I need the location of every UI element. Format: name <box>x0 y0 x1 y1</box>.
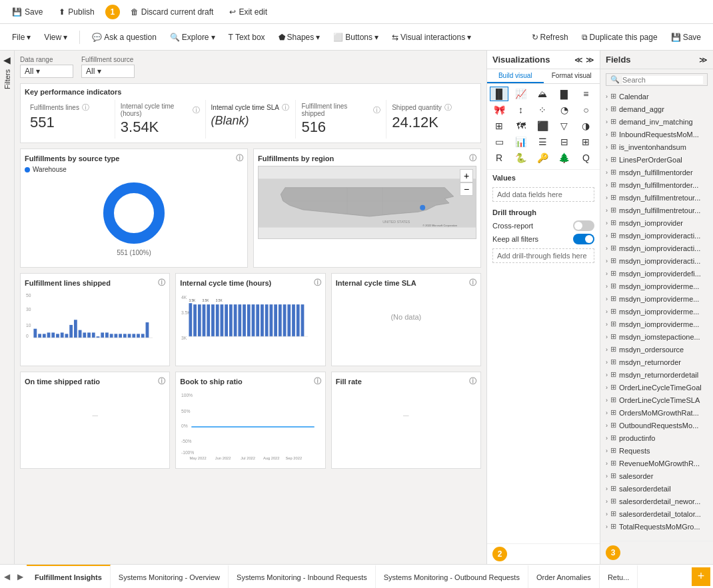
info-icon[interactable]: ⓘ <box>373 105 380 115</box>
cross-report-toggle[interactable] <box>573 220 594 231</box>
donut-icon[interactable]: ○ <box>576 103 595 117</box>
scatter-icon[interactable]: ⁘ <box>533 103 552 117</box>
field-total-requests-mom[interactable]: › ⊞ TotalRequestsMoMGro... <box>600 520 713 533</box>
field-demand-inv[interactable]: › ⊞ demand_inv_matching <box>600 115 713 128</box>
tab-order-anomalies[interactable]: Order Anomalies <box>528 565 600 588</box>
field-requests[interactable]: › ⊞ Requests <box>600 444 713 457</box>
qna-icon[interactable]: Q <box>576 150 595 165</box>
info-icon[interactable]: ⓘ <box>158 376 165 386</box>
field-calendar[interactable]: › ⊞ Calendar <box>600 90 713 103</box>
fields-search-input[interactable] <box>622 76 703 84</box>
map-icon[interactable]: 🗺 <box>512 119 530 133</box>
card-icon[interactable]: ▭ <box>490 135 508 149</box>
collapse-button[interactable]: ◀ <box>2 53 12 67</box>
field-inbound-requests[interactable]: › ⊞ InboundRequestsMoM... <box>600 128 713 141</box>
field-msdyn-iomme3[interactable]: › ⊞ msdyn_iomproviderme... <box>600 305 713 318</box>
field-msdyn-retour1[interactable]: › ⊞ msdyn_fulfillmentretour... <box>600 191 713 204</box>
field-msdyn-iomme1[interactable]: › ⊞ msdyn_iomproviderme... <box>600 280 713 292</box>
field-orderline-cycle-sla[interactable]: › ⊞ OrderLineCycleTimeSLA <box>600 394 713 406</box>
info-icon[interactable]: ⓘ <box>82 103 89 113</box>
matrix-icon[interactable]: ⊞ <box>576 135 595 149</box>
view-menu[interactable]: View ▾ <box>39 30 73 45</box>
field-salesorderdetail-newor[interactable]: › ⊞ salesorderdetail_newor... <box>600 495 713 507</box>
format-visual-tab[interactable]: Format visual <box>544 69 600 83</box>
discard-button[interactable]: 🗑 Discard current draft <box>125 5 219 19</box>
field-msdyn-iomstep[interactable]: › ⊞ msdyn_iomstepactione... <box>600 330 713 343</box>
field-msdyn-iomdef[interactable]: › ⊞ msdyn_iomproviderdefi... <box>600 267 713 280</box>
add-tab-button[interactable]: + <box>692 567 710 586</box>
build-visual-tab[interactable]: Build visual <box>487 69 544 83</box>
field-orders-mom[interactable]: › ⊞ OrdersMoMGrowthRat... <box>600 406 713 419</box>
field-msdyn-iom2[interactable]: › ⊞ msdyn_iomprovideracti... <box>600 242 713 254</box>
visual-interactions-button[interactable]: ⇆ Visual interactions ▾ <box>386 30 476 45</box>
data-range-select[interactable]: All ▾ <box>20 65 73 78</box>
treemap-icon[interactable]: ⊞ <box>490 119 508 133</box>
funnel-icon[interactable]: ▽ <box>555 119 574 133</box>
field-msdyn-iom3[interactable]: › ⊞ msdyn_iomprovideracti... <box>600 254 713 267</box>
field-msdyn-ordersource[interactable]: › ⊞ msdyn_ordersource <box>600 343 713 356</box>
info-icon[interactable]: ⓘ <box>469 153 476 163</box>
tab-returns[interactable]: Retu... <box>600 565 638 588</box>
info-icon[interactable]: ⓘ <box>444 103 452 113</box>
field-msdyn-iomme4[interactable]: › ⊞ msdyn_iomproviderme... <box>600 318 713 330</box>
field-msdyn-returnorder[interactable]: › ⊞ msdyn_returnorder <box>600 356 713 368</box>
info-icon[interactable]: ⓘ <box>314 376 321 386</box>
keep-all-filters-toggle[interactable] <box>573 234 594 244</box>
file-menu[interactable]: File ▾ <box>7 30 36 45</box>
field-productinfo[interactable]: › ⊞ productinfo <box>600 432 713 444</box>
tab-systems-outbound[interactable]: Systems Monitoring - Outbound Requests <box>376 565 528 588</box>
info-icon[interactable]: ⓘ <box>236 153 243 163</box>
field-msdyn-iom1[interactable]: › ⊞ msdyn_iomprovideracti... <box>600 229 713 242</box>
bar-chart-icon[interactable]: ▐▌ <box>490 87 508 101</box>
waterfall-icon[interactable]: ↕ <box>512 103 530 117</box>
table-icon[interactable]: ⊟ <box>555 135 574 149</box>
python-icon[interactable]: 🐍 <box>512 150 530 165</box>
field-msdyn-retour2[interactable]: › ⊞ msdyn_fulfillmentretour... <box>600 204 713 216</box>
text-box-button[interactable]: T Text box <box>223 30 271 45</box>
add-drill-button[interactable]: Add drill-through fields here <box>492 248 594 263</box>
tab-nav-right[interactable]: ▶ <box>13 565 27 588</box>
field-msdyn-returnorderdetail[interactable]: › ⊞ msdyn_returnorderdetail <box>600 368 713 381</box>
add-data-button[interactable]: Add data fields here <box>492 187 594 202</box>
slicer-icon[interactable]: ☰ <box>533 135 552 149</box>
exit-button[interactable]: ↩ Exit edit <box>224 5 273 19</box>
tab-fulfillment-insights[interactable]: Fulfillment Insights <box>27 565 111 588</box>
filled-map-icon[interactable]: ⬛ <box>533 119 552 133</box>
field-revenue-mom[interactable]: › ⊞ RevenueMoMGrowthR... <box>600 457 713 469</box>
stacked-bar-icon[interactable]: ≡ <box>576 87 595 101</box>
field-demand-aggr[interactable]: › ⊞ demand_aggr <box>600 103 713 115</box>
fields-expand-button[interactable]: ≫ <box>699 55 708 65</box>
zoom-in-button[interactable]: + <box>460 169 473 182</box>
field-salesorderdetail-totalor[interactable]: › ⊞ salesorderdetail_totalor... <box>600 507 713 520</box>
column-chart-icon[interactable]: ▇ <box>555 87 574 101</box>
info-icon[interactable]: ⓘ <box>314 278 321 288</box>
tab-nav-left[interactable]: ◀ <box>0 565 13 588</box>
duplicate-button[interactable]: ⧉ Duplicate this page <box>576 30 663 45</box>
menu-save-button[interactable]: 💾 Save <box>666 30 706 45</box>
ask-question-button[interactable]: 💬 Ask a question <box>87 30 162 45</box>
info-icon[interactable]: ⓘ <box>158 278 165 288</box>
viz-expand-button[interactable]: ≫ <box>586 55 594 65</box>
field-outbound[interactable]: › ⊞ OutboundRequestsMo... <box>600 419 713 432</box>
info-icon[interactable]: ⓘ <box>469 278 476 288</box>
viz-collapse-button[interactable]: ≪ <box>574 55 583 65</box>
decomp-tree-icon[interactable]: 🌲 <box>555 150 574 165</box>
info-icon[interactable]: ⓘ <box>193 105 200 115</box>
field-msdyn-fulfillmentorder2[interactable]: › ⊞ msdyn_fulfillmentorder... <box>600 178 713 191</box>
field-orderline-cycle-goal[interactable]: › ⊞ OrderLineCycleTimeGoal <box>600 381 713 394</box>
field-salesorder[interactable]: › ⊞ salesorder <box>600 469 713 482</box>
buttons-button[interactable]: ⬜ Buttons ▾ <box>328 30 384 45</box>
r-visual-icon[interactable]: R <box>490 150 508 165</box>
pie-icon[interactable]: ◔ <box>555 103 574 117</box>
field-msdyn-iomme2[interactable]: › ⊞ msdyn_iomproviderme... <box>600 292 713 305</box>
info-icon[interactable]: ⓘ <box>469 376 476 386</box>
field-salesorderdetail[interactable]: › ⊞ salesorderdetail <box>600 482 713 495</box>
kpi-icon[interactable]: 📊 <box>512 135 530 149</box>
publish-button[interactable]: ⬆ Publish <box>53 5 99 19</box>
tab-systems-inbound[interactable]: Systems Monitoring - Inbound Requests <box>229 565 376 588</box>
explore-button[interactable]: 🔍 Explore ▾ <box>165 30 221 45</box>
save-button[interactable]: 💾 Save <box>7 5 48 19</box>
key-influencer-icon[interactable]: 🔑 <box>533 150 552 165</box>
zoom-out-button[interactable]: − <box>460 182 473 196</box>
gauge-icon[interactable]: ◑ <box>576 119 595 133</box>
